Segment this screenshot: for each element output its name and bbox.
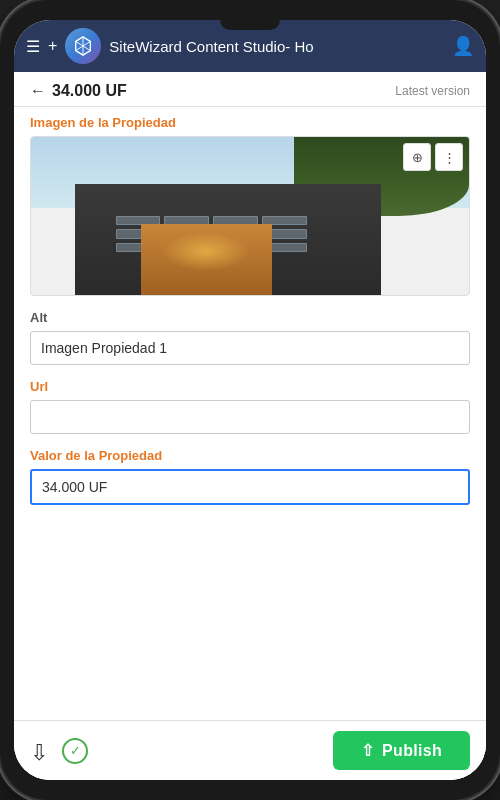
url-input[interactable]	[30, 400, 470, 434]
publish-button[interactable]: ⇧ Publish	[333, 731, 470, 770]
more-button[interactable]: ⋮	[435, 143, 463, 171]
back-arrow-icon[interactable]: ←	[30, 82, 46, 100]
publish-upload-icon: ⇧	[361, 741, 374, 760]
image-container: ⊕ ⋮	[30, 136, 470, 296]
content-area: ← 34.000 UF Latest version Imagen de la …	[14, 72, 486, 780]
toolbar-left: ⇧ ✓	[30, 738, 88, 764]
phone-frame: ☰ + SiteWizard Content Studio- Ho 👤 ← 34…	[0, 0, 500, 800]
version-label: Latest version	[395, 84, 470, 98]
url-label: Url	[30, 379, 470, 394]
check-circle-icon[interactable]: ✓	[62, 738, 88, 764]
menu-icon[interactable]: ☰	[26, 37, 40, 56]
page-title: 34.000 UF	[52, 82, 127, 100]
valor-section: Valor de la Propiedad	[30, 448, 470, 505]
more-icon: ⋮	[443, 150, 456, 165]
alt-label: Alt	[30, 310, 470, 325]
form-area: Imagen de la Propiedad	[14, 115, 486, 720]
upload-icon[interactable]: ⇧	[30, 738, 48, 764]
bottom-toolbar: ⇧ ✓ ⇧ Publish	[14, 720, 486, 780]
user-icon[interactable]: 👤	[452, 35, 474, 57]
sub-header: ← 34.000 UF Latest version	[14, 72, 486, 106]
publish-label: Publish	[382, 742, 442, 760]
app-title: SiteWizard Content Studio- Ho	[109, 38, 444, 55]
image-toolbar: ⊕ ⋮	[403, 143, 463, 171]
image-section-label: Imagen de la Propiedad	[30, 115, 470, 130]
building-glow	[162, 232, 250, 272]
crop-icon: ⊕	[412, 150, 423, 165]
notch	[220, 20, 280, 30]
crop-button[interactable]: ⊕	[403, 143, 431, 171]
alt-section: Alt	[30, 310, 470, 365]
image-section: Imagen de la Propiedad	[30, 115, 470, 296]
add-icon[interactable]: +	[48, 37, 57, 55]
alt-input[interactable]	[30, 331, 470, 365]
valor-label: Valor de la Propiedad	[30, 448, 470, 463]
valor-input[interactable]	[30, 469, 470, 505]
header-divider	[14, 106, 486, 107]
logo	[65, 28, 101, 64]
phone-screen: ☰ + SiteWizard Content Studio- Ho 👤 ← 34…	[14, 20, 486, 780]
back-row: ← 34.000 UF	[30, 82, 127, 100]
url-section: Url	[30, 379, 470, 434]
